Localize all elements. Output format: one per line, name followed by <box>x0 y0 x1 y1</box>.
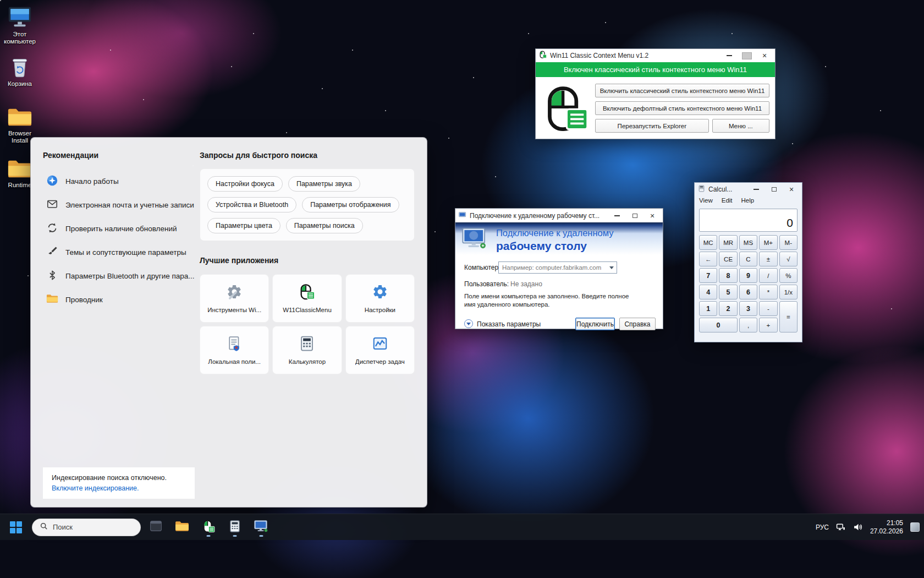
key-mr[interactable]: MR <box>719 235 737 250</box>
maximize-button[interactable] <box>628 211 642 221</box>
minimize-button[interactable] <box>722 51 736 61</box>
key-mminus[interactable]: M- <box>779 235 798 250</box>
key-mplus[interactable]: M+ <box>759 235 777 250</box>
tray-app-icon[interactable] <box>910 522 920 532</box>
tile-windows-tools[interactable]: Инструменты Wi... <box>200 274 269 323</box>
key-1[interactable]: 1 <box>699 301 717 316</box>
rdp-banner-line2: рабочему столу <box>496 239 587 253</box>
pill-color-settings[interactable]: Параметры цвета <box>207 218 280 233</box>
key-divide[interactable]: / <box>759 268 777 283</box>
enable-indexing-link[interactable]: Включите индексирование. <box>52 484 186 492</box>
pill-display-settings[interactable]: Параметры отображения <box>302 197 399 212</box>
maximize-button[interactable] <box>767 184 781 194</box>
task-manager-icon <box>372 335 388 354</box>
rec-item-explorer[interactable]: Проводник <box>43 288 200 312</box>
rec-item-mail[interactable]: Электронная почта и учетные записи <box>43 193 200 217</box>
rec-item-updates[interactable]: Проверить наличие обновлений <box>43 217 200 241</box>
tile-calculator[interactable]: Калькулятор <box>272 326 342 374</box>
menu-edit[interactable]: Edit <box>722 197 733 204</box>
connect-button[interactable]: Подключить <box>575 318 615 330</box>
desktop-icon-recycle-bin[interactable]: Корзина <box>0 54 40 88</box>
taskbar-app-remote-desktop[interactable] <box>251 517 272 538</box>
help-button[interactable]: Справка <box>619 318 656 330</box>
key-percent[interactable]: % <box>779 268 798 283</box>
key-mc[interactable]: MC <box>699 235 717 250</box>
volume-icon[interactable] <box>853 522 863 532</box>
pill-sound-settings[interactable]: Параметры звука <box>288 176 360 192</box>
key-0[interactable]: 0 <box>699 318 738 332</box>
menu-help[interactable]: Help <box>741 197 755 204</box>
enable-classic-style-button[interactable]: Включить классический стиль контекстного… <box>595 84 769 97</box>
minimize-button[interactable] <box>610 211 624 221</box>
user-value: Не задано <box>510 280 542 288</box>
key-6[interactable]: 6 <box>739 285 757 299</box>
minimize-button[interactable] <box>749 184 763 194</box>
calculator-icon <box>299 335 315 354</box>
key-multiply[interactable]: * <box>759 285 777 299</box>
rec-item-bluetooth[interactable]: Параметры Bluetooth и другие пара... <box>43 264 200 288</box>
rec-item-themes[interactable]: Темы и сопутствующие параметры <box>43 241 200 264</box>
classic-menu-mouse-icon <box>202 520 215 535</box>
key-ms[interactable]: MS <box>739 235 757 250</box>
tile-local-policy[interactable]: Локальная поли... <box>200 326 269 374</box>
tile-task-manager[interactable]: Диспетчер задач <box>345 326 415 374</box>
show-options-chevron-icon[interactable] <box>464 319 473 328</box>
update-icon <box>46 222 58 236</box>
language-indicator[interactable]: РУС <box>816 524 829 531</box>
maximize-button[interactable] <box>740 51 754 61</box>
key-negate[interactable]: ± <box>759 252 777 266</box>
key-minus[interactable]: - <box>759 301 777 316</box>
rec-item-label: Проверить наличие обновлений <box>65 225 177 233</box>
key-reciprocal[interactable]: 1/x <box>779 285 798 299</box>
key-backspace[interactable]: ← <box>699 252 717 266</box>
file-explorer-icon <box>175 520 189 535</box>
recycle-bin-icon <box>0 54 40 78</box>
close-button[interactable]: × <box>784 184 799 194</box>
show-options-link[interactable]: Показать параметры <box>477 320 541 328</box>
calculator-window: Calcul... × View Edit Help 0 MC MR MS M+… <box>694 182 802 342</box>
network-icon[interactable] <box>836 522 846 532</box>
key-9[interactable]: 9 <box>739 268 757 283</box>
close-button[interactable]: × <box>645 211 659 221</box>
desktop: Этот компьютер Корзина Browser Install R… <box>0 0 924 578</box>
taskbar-app-explorer[interactable] <box>172 517 193 538</box>
search-placeholder: Поиск <box>53 523 73 531</box>
key-4[interactable]: 4 <box>699 285 717 299</box>
key-2[interactable]: 2 <box>719 301 737 316</box>
key-plus[interactable]: + <box>759 318 777 332</box>
taskbar-clock[interactable]: 21:05 27.02.2026 <box>870 519 903 536</box>
key-8[interactable]: 8 <box>719 268 737 283</box>
key-5[interactable]: 5 <box>719 285 737 299</box>
tile-settings[interactable]: Настройки <box>345 274 415 323</box>
themes-brush-icon <box>46 246 58 260</box>
taskbar-app-classicmenu[interactable] <box>198 517 219 538</box>
menu-view[interactable]: View <box>699 197 713 204</box>
pill-search-settings[interactable]: Параметры поиска <box>286 218 363 233</box>
tile-w11classicmenu[interactable]: W11ClassicMenu <box>272 274 342 323</box>
key-ce[interactable]: CE <box>719 252 737 266</box>
taskbar-app-calculator[interactable] <box>224 517 245 538</box>
key-sqrt[interactable]: √ <box>779 252 798 266</box>
pill-bluetooth-devices[interactable]: Устройства и Bluetooth <box>207 197 296 212</box>
key-7[interactable]: 7 <box>699 268 717 283</box>
desktop-icon-this-pc[interactable]: Этот компьютер <box>0 4 40 45</box>
taskbar-app-window[interactable] <box>145 517 166 538</box>
rec-item-getting-started[interactable]: Начало работы <box>43 170 200 193</box>
key-decimal[interactable]: , <box>739 318 757 332</box>
computer-label: Компьютер: <box>464 264 500 271</box>
key-equals[interactable]: = <box>779 301 798 332</box>
close-button[interactable]: × <box>757 51 772 61</box>
enable-default-style-button[interactable]: Включить дефолтный стиль контекстного ме… <box>595 101 769 115</box>
key-c[interactable]: C <box>739 252 757 266</box>
taskbar-search[interactable]: Поиск <box>32 519 141 536</box>
chevron-down-icon <box>609 266 614 269</box>
pill-focus-settings[interactable]: Настройки фокуса <box>207 176 283 192</box>
restart-explorer-button[interactable]: Перезапустить Explorer <box>595 119 709 133</box>
recommendations-title: Рекомендации <box>43 151 200 160</box>
computer-combobox[interactable]: Например: computer.fabrikam.com <box>498 261 617 274</box>
rec-item-label: Электронная почта и учетные записи <box>65 201 194 209</box>
key-3[interactable]: 3 <box>739 301 757 316</box>
start-button[interactable] <box>8 519 24 536</box>
menu-button[interactable]: Меню ... <box>712 119 769 133</box>
desktop-icon-label: Этот компьютер <box>0 31 40 45</box>
